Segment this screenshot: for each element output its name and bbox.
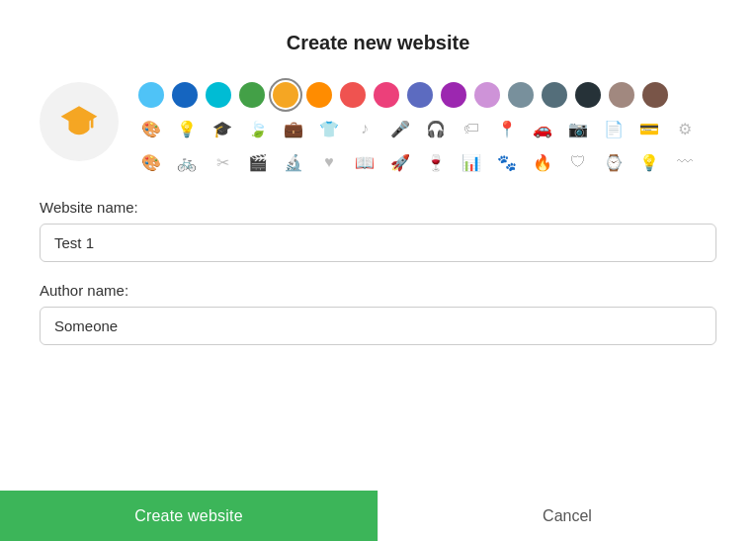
icon-option[interactable]: 💡 xyxy=(636,149,662,175)
color-option[interactable] xyxy=(407,82,433,108)
color-option[interactable] xyxy=(441,82,466,108)
icon-option[interactable]: 📷 xyxy=(565,116,591,141)
icon-option[interactable]: 👕 xyxy=(316,116,342,141)
icon-option[interactable]: 🛡 xyxy=(565,149,591,175)
button-bar: Create website Cancel xyxy=(0,491,756,541)
color-option[interactable] xyxy=(239,82,265,108)
icon-option[interactable]: 🍃 xyxy=(245,116,271,141)
author-name-section: Author name: xyxy=(40,282,716,345)
color-option[interactable] xyxy=(642,82,668,108)
color-option[interactable] xyxy=(575,82,601,108)
author-name-input[interactable] xyxy=(40,307,716,345)
svg-rect-1 xyxy=(91,117,94,129)
website-name-input[interactable] xyxy=(40,224,716,262)
icon-option[interactable]: 📖 xyxy=(352,149,378,175)
icon-option[interactable]: 📍 xyxy=(494,116,520,141)
icon-option[interactable]: ♥ xyxy=(316,149,342,175)
dialog-title: Create new website xyxy=(40,32,716,54)
icon-option[interactable]: 🚲 xyxy=(174,149,200,175)
website-name-label: Website name: xyxy=(40,199,716,216)
color-option[interactable] xyxy=(374,82,399,108)
icon-picker: 🎨💡🎓🍃💼👕♪🎤🎧🏷📍🚗📷📄💳⚙ 🎨🚲✂🎬🔬♥📖🚀🍷📊🐾🔥🛡⌚💡〰 xyxy=(138,82,716,175)
icon-option[interactable]: 💡 xyxy=(174,116,200,141)
icon-option[interactable]: 🔥 xyxy=(530,149,555,175)
icon-option[interactable]: 🎬 xyxy=(245,149,271,175)
color-option[interactable] xyxy=(306,82,332,108)
icon-section: 🎨💡🎓🍃💼👕♪🎤🎧🏷📍🚗📷📄💳⚙ 🎨🚲✂🎬🔬♥📖🚀🍷📊🐾🔥🛡⌚💡〰 xyxy=(40,82,716,175)
icon-option[interactable]: 🔬 xyxy=(281,149,306,175)
color-row xyxy=(138,82,716,108)
color-option[interactable] xyxy=(138,82,164,108)
icon-option[interactable]: 💳 xyxy=(636,116,662,141)
icon-option[interactable]: 🎨 xyxy=(138,149,164,175)
dialog: Create new website 🎨💡🎓🍃💼👕♪🎤🎧🏷📍🚗📷📄💳⚙ 🎨🚲✂🎬… xyxy=(0,0,756,491)
icon-option[interactable]: 🎧 xyxy=(423,116,449,141)
color-option[interactable] xyxy=(273,82,298,108)
color-option[interactable] xyxy=(542,82,567,108)
icon-option[interactable]: 🐾 xyxy=(494,149,520,175)
icon-option[interactable]: 🎨 xyxy=(138,116,164,141)
icon-option[interactable]: ♪ xyxy=(352,116,378,141)
icon-option[interactable]: 🎤 xyxy=(387,116,413,141)
author-name-label: Author name: xyxy=(40,282,716,299)
icon-row-2: 🎨🚲✂🎬🔬♥📖🚀🍷📊🐾🔥🛡⌚💡〰 xyxy=(138,149,716,175)
color-option[interactable] xyxy=(474,82,500,108)
icon-option[interactable]: 🍷 xyxy=(423,149,449,175)
icon-option[interactable]: ⌚ xyxy=(601,149,627,175)
icon-option[interactable]: 📊 xyxy=(459,149,484,175)
icon-option[interactable]: 🏷 xyxy=(459,116,484,141)
color-option[interactable] xyxy=(172,82,198,108)
icon-option[interactable]: 🚀 xyxy=(387,149,413,175)
icon-option[interactable]: 🚗 xyxy=(530,116,555,141)
icon-row-1: 🎨💡🎓🍃💼👕♪🎤🎧🏷📍🚗📷📄💳⚙ xyxy=(138,116,716,141)
selected-icon-preview[interactable] xyxy=(40,82,119,161)
icon-option[interactable]: 〰 xyxy=(672,149,698,175)
create-website-button[interactable]: Create website xyxy=(0,491,378,541)
cancel-button[interactable]: Cancel xyxy=(378,491,756,541)
website-name-section: Website name: xyxy=(40,199,716,262)
icon-option[interactable]: ✂ xyxy=(210,149,235,175)
color-option[interactable] xyxy=(206,82,231,108)
color-option[interactable] xyxy=(508,82,534,108)
color-option[interactable] xyxy=(340,82,366,108)
icon-option[interactable]: 🎓 xyxy=(210,116,235,141)
color-option[interactable] xyxy=(609,82,634,108)
icon-option[interactable]: ⚙ xyxy=(672,116,698,141)
icon-option[interactable]: 💼 xyxy=(281,116,306,141)
icon-option[interactable]: 📄 xyxy=(601,116,627,141)
